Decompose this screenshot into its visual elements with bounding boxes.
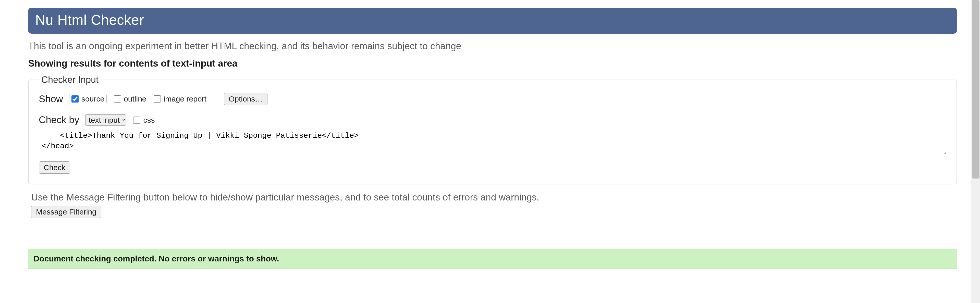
checker-input-fieldset: Checker Input Show source outline image … xyxy=(28,75,957,184)
show-label: Show xyxy=(39,94,63,105)
show-source-option[interactable]: source xyxy=(69,94,107,104)
show-source-checkbox[interactable] xyxy=(72,95,79,103)
checker-input-legend: Checker Input xyxy=(39,75,101,85)
vertical-scrollbar-track[interactable] xyxy=(971,0,980,303)
css-option[interactable]: css xyxy=(132,116,155,124)
header-banner: Nu Html Checker xyxy=(28,8,957,34)
results-heading: Showing results for contents of text-inp… xyxy=(28,58,957,69)
show-outline-checkbox[interactable] xyxy=(114,95,121,103)
show-outline-option[interactable]: outline xyxy=(113,95,146,103)
source-textarea[interactable] xyxy=(39,129,946,154)
show-outline-label: outline xyxy=(124,95,146,103)
show-image-report-option[interactable]: image report xyxy=(153,95,207,103)
css-checkbox[interactable] xyxy=(133,117,140,124)
vertical-scrollbar-thumb[interactable] xyxy=(972,0,980,179)
show-source-label: source xyxy=(81,95,104,103)
tagline-text: This tool is an ongoing experiment in be… xyxy=(28,41,957,52)
result-success-bar: Document checking completed. No errors o… xyxy=(28,249,957,269)
css-label: css xyxy=(143,116,155,124)
show-image-report-label: image report xyxy=(164,95,207,103)
message-filtering-hint: Use the Message Filtering button below t… xyxy=(31,192,957,203)
check-button[interactable]: Check xyxy=(39,162,70,174)
page-title: Nu Html Checker xyxy=(35,12,950,28)
check-by-label: Check by xyxy=(39,114,79,125)
message-filtering-button[interactable]: Message Filtering xyxy=(31,206,101,218)
check-by-select[interactable]: text input xyxy=(85,114,126,126)
options-button[interactable]: Options… xyxy=(224,93,267,105)
show-image-report-checkbox[interactable] xyxy=(154,95,161,103)
